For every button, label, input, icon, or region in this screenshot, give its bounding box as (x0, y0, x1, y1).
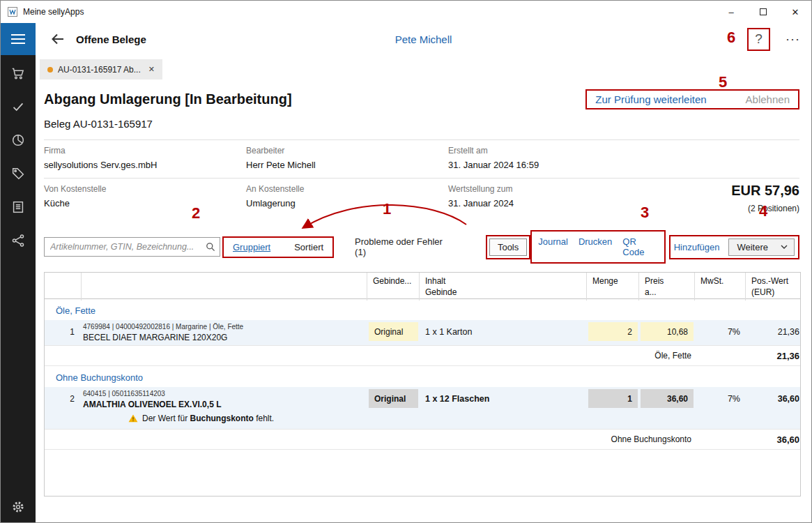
warning-text: Der Wert für Buchungskonto fehlt. (142, 414, 274, 423)
unsaved-dot-icon (47, 67, 53, 73)
group-footer: Öle, Fette 21,36 (45, 345, 800, 366)
app-window: Meine sellyApps – ✕ (0, 0, 812, 523)
pie-chart-icon[interactable] (10, 132, 26, 148)
back-arrow-icon[interactable] (49, 31, 66, 47)
gebinde-cell[interactable]: Original (369, 322, 418, 341)
page-title: Abgang Umlagerung [In Bearbeitung] (44, 91, 292, 107)
check-icon[interactable] (10, 99, 26, 114)
section-title: Offene Belege (76, 33, 146, 45)
col-mwst[interactable]: MwSt. (695, 273, 746, 301)
meta-bearbeiter: Bearbeiter Herr Pete Michell (246, 146, 448, 170)
position-count: (2 Positionen) (731, 204, 799, 213)
menge-cell[interactable]: 2 (588, 322, 638, 341)
hamburger-menu-icon[interactable] (1, 23, 36, 55)
search-icon[interactable] (205, 241, 216, 252)
minimize-button[interactable]: – (715, 1, 747, 23)
mwst-cell: 7% (695, 320, 746, 337)
menge-cell[interactable]: 1 (588, 389, 638, 408)
article-meta: 640415 | 05011635114203 (83, 390, 362, 397)
add-actions: Hinzufügen Weitere (669, 235, 799, 259)
group-header: Ohne Buchungskonto (45, 366, 800, 387)
tag-icon[interactable] (10, 166, 26, 181)
positions-table: Gebinde... InhaltGebinde Menge Preisa...… (44, 272, 801, 497)
forward-for-review-link[interactable]: Zur Prüfung weiterleiten (595, 93, 706, 105)
group-header: Öle, Fette (45, 299, 800, 320)
app-icon (7, 6, 18, 17)
meta-an-kostenstelle: An Kostenstelle Umlagerung (246, 184, 448, 209)
workflow-actions: Zur Prüfung weiterleiten Ablehnen (585, 89, 799, 109)
preis-cell[interactable]: 10,68 (641, 322, 694, 341)
inhalt-cell: 1 x 12 Flaschen (420, 387, 587, 404)
help-button[interactable]: ? (747, 28, 770, 51)
more-menu-icon[interactable]: ··· (786, 32, 800, 47)
document-tab[interactable]: AU-0131-165917 Ab... ✕ (40, 59, 162, 79)
col-poswert[interactable]: Pos.-Wert(EUR) (746, 273, 802, 301)
gebinde-cell[interactable]: Original (369, 389, 418, 408)
document-view: Abgang Umlagerung [In Bearbeitung] Zur P… (36, 79, 811, 523)
share-icon[interactable] (10, 233, 26, 248)
app-header: Offene Belege Pete Michell ? ··· (36, 23, 811, 55)
document-links: Journal Drucken QR Code (530, 230, 665, 264)
grouped-toggle[interactable]: Gruppiert (233, 242, 270, 252)
problems-status: Probleme oder Fehler (1) (355, 236, 455, 257)
tab-close-icon[interactable]: ✕ (148, 65, 155, 74)
article-cell: 640415 | 05011635114203 AMALTHIA OLIVENO… (82, 387, 367, 412)
inhalt-cell: 1 x 1 Karton (420, 320, 587, 337)
col-preis[interactable]: Preisa... (639, 273, 695, 301)
print-link[interactable]: Drucken (579, 236, 612, 257)
user-name[interactable]: Pete Michell (395, 33, 452, 45)
meta-von-kostenstelle: Von Kostenstelle Küche (44, 184, 246, 209)
window-title: Meine sellyApps (23, 7, 84, 17)
cart-icon[interactable] (10, 66, 26, 81)
table-row[interactable]: 2 640415 | 05011635114203 AMALTHIA OLIVE… (45, 387, 800, 429)
search-box (44, 237, 220, 257)
group-sort-toggle: Gruppiert Sortiert (222, 236, 334, 258)
reject-link[interactable]: Ablehnen (746, 93, 790, 105)
journal-icon[interactable] (10, 199, 26, 215)
validation-warning: Der Wert für Buchungskonto fehlt. (45, 412, 800, 429)
titlebar: Meine sellyApps – ✕ (1, 1, 811, 23)
poswert-cell: 36,60 (746, 387, 802, 404)
sorted-toggle[interactable]: Sortiert (294, 242, 323, 252)
row-number: 2 (45, 387, 82, 404)
article-cell: 4769984 | 04000492002816 | Margarine | Ö… (82, 320, 367, 345)
preis-cell[interactable]: 36,60 (641, 389, 694, 408)
poswert-cell: 21,36 (746, 320, 802, 337)
meta-erstellt-am: Erstellt am 31. Januar 2024 16:59 (448, 146, 799, 170)
document-total: EUR 57,96 (2 Positionen) (731, 183, 799, 213)
col-inhalt[interactable]: InhaltGebinde (420, 273, 587, 301)
journal-link[interactable]: Journal (538, 236, 568, 257)
chevron-down-icon (781, 245, 788, 249)
mwst-cell: 7% (695, 387, 746, 404)
table-header: Gebinde... InhaltGebinde Menge Preisa...… (45, 273, 800, 299)
tab-bar: AU-0131-165917 Ab... ✕ (36, 55, 811, 79)
list-toolbar: Gruppiert Sortiert Probleme oder Fehler … (44, 230, 799, 264)
col-article (82, 273, 367, 301)
total-amount: EUR 57,96 (731, 183, 799, 199)
maximize-button[interactable] (747, 1, 779, 23)
row-number: 1 (45, 320, 82, 337)
qr-code-link[interactable]: QR Code (622, 236, 657, 257)
col-menge[interactable]: Menge (587, 273, 639, 301)
sidebar (1, 23, 36, 523)
maximize-icon (760, 8, 767, 15)
meta-firma: Firma sellysolutions Serv.ges.mbH (44, 146, 246, 170)
group-footer: Ohne Buchungskonto 36,60 (45, 429, 800, 450)
tools-annotation-box: Tools (486, 235, 530, 259)
article-name: AMALTHIA OLIVENOEL EX.VI.0,5 L (83, 400, 362, 409)
search-input[interactable] (44, 237, 220, 257)
add-link[interactable]: Hinzufügen (674, 242, 720, 252)
article-name: BECEL DIAET MARGARINE 120X20G (83, 333, 362, 342)
article-meta: 4769984 | 04000492002816 | Margarine | Ö… (83, 323, 362, 331)
warning-triangle-icon (128, 414, 138, 423)
close-button[interactable]: ✕ (779, 1, 811, 23)
col-number (45, 273, 82, 301)
document-number: Beleg AU-0131-165917 (44, 118, 799, 130)
tab-label: AU-0131-165917 Ab... (58, 65, 141, 75)
table-row[interactable]: 1 4769984 | 04000492002816 | Margarine |… (45, 320, 800, 345)
tools-button[interactable]: Tools (489, 238, 527, 256)
col-gebinde[interactable]: Gebinde... (367, 273, 420, 301)
settings-gear-icon[interactable] (10, 499, 26, 515)
more-actions-dropdown[interactable]: Weitere (728, 238, 795, 256)
